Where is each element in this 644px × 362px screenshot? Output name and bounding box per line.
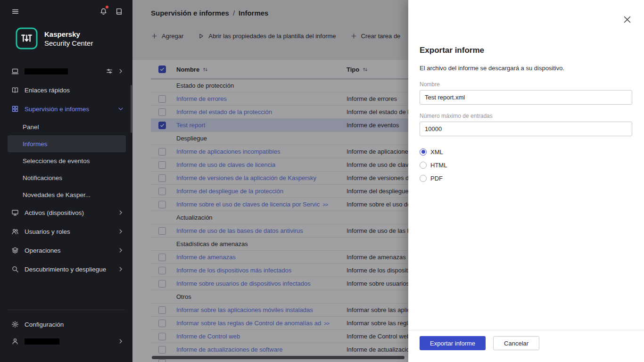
sliders-icon: [106, 68, 113, 74]
format-radio-group: XMLHTMLPDF: [420, 145, 632, 185]
brand-line1: Kaspersky: [44, 30, 93, 39]
grid-icon: [11, 105, 19, 113]
sidebar: Kaspersky Security Center Enlaces rápido…: [0, 0, 132, 362]
menu-toggle-icon[interactable]: [11, 8, 19, 16]
sidebar-subitem-label: Informes: [23, 140, 48, 148]
sidebar-item-label: Enlaces rápidos: [25, 87, 70, 94]
cancel-button[interactable]: Cancelar: [493, 336, 539, 350]
radio-unselected-icon: [420, 162, 427, 169]
format-radio-html[interactable]: HTML: [420, 158, 632, 172]
sidebar-item-label: Usuarios y roles: [25, 228, 70, 235]
app: Kaspersky Security Center Enlaces rápido…: [0, 0, 644, 362]
trailing-icons: [117, 266, 124, 272]
panel-footer: Exportar informe Cancelar: [408, 330, 644, 362]
sidebar-item-label: Supervisión e informes: [25, 106, 89, 113]
sidebar-topbar: [0, 0, 132, 16]
format-radio-pdf[interactable]: PDF: [420, 172, 632, 185]
trailing-icons: [117, 247, 124, 254]
close-icon[interactable]: [622, 15, 632, 25]
format-label: XML: [430, 148, 443, 156]
sidebar-subitem-event-selections[interactable]: Selecciones de eventos: [8, 152, 126, 169]
max-entries-label: Número máximo de entradas: [420, 113, 632, 119]
monitor-icon: [11, 209, 19, 216]
divider: [8, 310, 125, 310]
name-field-label: Nombre: [420, 81, 632, 88]
sidebar-item-quick-links[interactable]: Enlaces rápidos: [0, 81, 132, 99]
map-icon: [11, 86, 19, 94]
redacted-label: [25, 68, 68, 74]
trailing-icons: [117, 338, 124, 345]
server-icon: [11, 67, 19, 75]
sidebar-subitem-label: Panel: [23, 123, 39, 131]
kaspersky-logo: Kaspersky Security Center: [16, 27, 123, 49]
redacted-label: [25, 338, 59, 345]
export-report-panel: Exportar informe El archivo del informe …: [408, 0, 644, 362]
trailing-icons: [117, 106, 124, 112]
chevron-right-icon: [117, 228, 124, 235]
panel-title: Exportar informe: [420, 46, 632, 55]
sidebar-subitem-notifications[interactable]: Notificaciones: [8, 169, 126, 186]
radio-unselected-icon: [420, 175, 427, 182]
panel-body: Exportar informe El archivo del informe …: [408, 0, 644, 185]
chevron-right-icon: [117, 68, 124, 74]
sidebar-item-assets[interactable]: Activos (dispositivos): [0, 203, 132, 222]
format-label: HTML: [430, 162, 447, 169]
chevron-right-icon: [117, 338, 124, 345]
notifications-bell-icon[interactable]: [99, 8, 107, 16]
sidebar-item-discovery-deployment[interactable]: Descubrimiento y despliegue: [0, 260, 132, 279]
topbar-icons: [99, 8, 123, 16]
layers-icon: [11, 247, 19, 254]
sidebar-item-label: Activos (dispositivos): [25, 209, 84, 216]
sidebar-subitem-panel[interactable]: Panel: [8, 118, 126, 135]
sidebar-item-label: Descubrimiento y despliegue: [25, 266, 106, 273]
sidebar-bottom: Configuración: [0, 310, 132, 362]
chevron-right-icon: [117, 266, 124, 272]
sidebar-bottom-items: Configuración: [0, 316, 132, 350]
sidebar-item-label: Configuración: [25, 321, 64, 328]
chevron-down-icon: [117, 106, 124, 112]
panel-description: El archivo del informe se descargará a s…: [420, 65, 632, 72]
trailing-icons: [117, 228, 124, 235]
search-icon: [11, 265, 19, 273]
sidebar-item-account[interactable]: [0, 333, 132, 350]
trailing-icons: [106, 68, 124, 74]
chevron-right-icon: [117, 209, 124, 216]
sidebar-item-users-roles[interactable]: Usuarios y roles: [0, 222, 132, 241]
brand-line2: Security Center: [44, 39, 93, 48]
sidebar-subitem-label: Notificaciones: [23, 174, 62, 181]
sidebar-item-monitoring-reports[interactable]: Supervisión e informes: [0, 99, 132, 118]
sidebar-subitem-kaspersky-news[interactable]: Novedades de Kasper...: [8, 186, 126, 203]
sidebar-item-server[interactable]: [0, 62, 132, 81]
sidebar-item-operations[interactable]: Operaciones: [0, 241, 132, 260]
sidebar-subitem-informes[interactable]: Informes: [8, 135, 126, 152]
chevron-right-icon: [117, 247, 124, 254]
sidebar-subitem-label: Selecciones de eventos: [23, 157, 90, 165]
sidebar-scrollbar[interactable]: [131, 85, 132, 133]
trailing-icons: [117, 209, 124, 216]
sidebar-item-settings[interactable]: Configuración: [0, 316, 132, 333]
brand-name: Kaspersky Security Center: [44, 30, 93, 48]
format-radio-xml[interactable]: XML: [420, 145, 632, 158]
user-icon: [11, 337, 19, 345]
sidebar-subitem-label: Novedades de Kasper...: [23, 191, 91, 198]
max-entries-input[interactable]: [420, 122, 632, 136]
gear-icon: [11, 321, 19, 328]
documentation-icon[interactable]: [115, 8, 123, 16]
name-input[interactable]: [420, 90, 632, 105]
export-button[interactable]: Exportar informe: [420, 336, 486, 350]
format-label: PDF: [430, 175, 443, 182]
sidebar-nav: Enlaces rápidosSupervisión e informesPan…: [0, 62, 132, 279]
kaspersky-logo-icon: [16, 27, 38, 49]
users-icon: [11, 228, 19, 235]
radio-selected-icon: [420, 148, 427, 156]
sidebar-item-label: Operaciones: [25, 247, 61, 254]
